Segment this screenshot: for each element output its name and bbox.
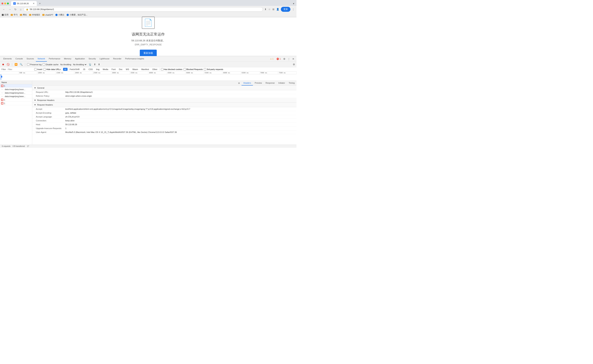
tab-list-btn[interactable]: ▾ [292, 1, 295, 6]
menu-btn[interactable]: ⋮ [291, 7, 295, 11]
bookmark-apps[interactable]: 应用 [2, 13, 8, 16]
back-btn[interactable]: ← [1, 7, 6, 11]
reload-page-btn[interactable]: 重新加载 [140, 50, 157, 57]
filter-other-btn[interactable]: Other [151, 68, 158, 71]
home-btn[interactable]: ⌂ [19, 7, 22, 11]
details-close-btn[interactable]: ✕ [237, 81, 242, 85]
general-section-header[interactable]: ▼ General [32, 86, 296, 90]
folder-icon [11, 14, 13, 16]
profile-btn[interactable]: 👤 [276, 7, 280, 11]
filter-xhr-btn[interactable]: Fetch/XHR [69, 68, 81, 71]
tab-console[interactable]: Console [14, 56, 25, 62]
disable-cache-label[interactable]: Disable cache [43, 63, 59, 66]
blocked-requests-checkbox[interactable] [184, 68, 186, 71]
circle-icon-2 [66, 14, 69, 16]
page-content: 📄 该网页无法正常运作 59.110.68.26 未发送任何数据。 ERR_EM… [0, 17, 296, 56]
filter-img-btn[interactable]: Img [95, 68, 100, 71]
third-party-checkbox[interactable] [204, 68, 206, 71]
close-window-btn[interactable] [1, 3, 3, 4]
tab-application[interactable]: Application [73, 56, 87, 62]
browser-chrome: S 59.110.68.26 ✕ + ▾ ← → ↻ ⌂ 🔒 59.110.68… [0, 0, 296, 17]
bookmark-website[interactable]: 网站 [20, 13, 27, 16]
bookmark-xiaopeng[interactable]: 小鹏云 [55, 13, 64, 16]
blocked-requests-label[interactable]: Blocked Requests [184, 68, 203, 71]
tab-elements[interactable]: Elements [1, 56, 14, 62]
details-tab-initiator[interactable]: Initiator [277, 81, 287, 85]
filter-font-btn[interactable]: Font [110, 68, 117, 71]
details-tab-timing[interactable]: Timing [287, 81, 296, 85]
throttle-dropdown[interactable]: No throttling [72, 63, 87, 66]
preserve-log-label[interactable]: Preserve log [27, 63, 42, 66]
minimize-window-btn[interactable] [4, 3, 6, 4]
details-tab-response[interactable]: Response [264, 81, 277, 85]
tab-performance[interactable]: Performance [47, 56, 62, 62]
filter-all-btn[interactable]: All [63, 68, 67, 71]
import-btn[interactable]: ⬆ [93, 63, 96, 66]
filter-wasm-btn[interactable]: Wasm [131, 68, 139, 71]
filter-css-btn[interactable]: CSS [87, 68, 94, 71]
devtools-settings-btn[interactable]: ⚙ [283, 57, 286, 61]
details-tab-preview[interactable]: Preview [253, 81, 264, 85]
filter-input[interactable] [8, 68, 33, 70]
filter-ws-btn[interactable]: WS [125, 68, 130, 71]
invert-checkbox[interactable] [34, 68, 37, 71]
warning-badge[interactable]: ⚠ 1 [269, 57, 275, 61]
new-tab-btn[interactable]: + [38, 1, 42, 6]
bookmark-local[interactable]: 本地项目 [29, 13, 40, 16]
export-btn[interactable]: ⬇ [98, 63, 101, 66]
network-settings-btn[interactable]: ⚙ [293, 63, 295, 66]
request-item-2[interactable]: ! 1 [0, 98, 32, 102]
request-headers-section-header[interactable]: ▼ Request Headers [32, 103, 296, 107]
maximize-window-btn[interactable] [7, 3, 9, 4]
tab-performance-insights[interactable]: Performance insights [123, 56, 146, 62]
filter-toggle-btn[interactable]: 🔽 [14, 63, 18, 66]
disable-cache-checkbox[interactable] [43, 63, 45, 66]
forward-btn[interactable]: → [7, 7, 12, 11]
request-headers-arrow: ▼ [34, 104, 36, 106]
tab-memory[interactable]: Memory [62, 56, 73, 62]
filter-manifest-btn[interactable]: Manifest [140, 68, 150, 71]
devtools-close-btn[interactable]: ✕ [291, 57, 295, 61]
extension-btn[interactable]: ⊞ [272, 7, 275, 11]
has-blocked-cookies-checkbox[interactable] [161, 68, 163, 71]
tab-lighthouse[interactable]: Lighthouse [98, 56, 111, 62]
search-btn[interactable]: 🔍 [19, 63, 23, 66]
tab-close-btn[interactable]: ✕ [33, 2, 35, 5]
invert-checkbox-label[interactable]: Invert [34, 68, 42, 71]
response-headers-section-header[interactable]: ▼ Response Headers [32, 98, 296, 103]
update-browser-btn[interactable]: 更新 [281, 7, 290, 12]
hide-data-checkbox[interactable] [43, 68, 46, 71]
bookmark-chatgpt[interactable]: chatGPT [42, 14, 53, 16]
request-item-1[interactable]: ! 1 [0, 84, 32, 88]
bookmark-study[interactable]: 学习 [11, 13, 18, 16]
devtools-more-btn[interactable]: ⋮ [287, 57, 291, 61]
bookmark-btn[interactable]: ☆ [268, 7, 271, 11]
preserve-log-checkbox[interactable] [27, 63, 29, 66]
error-badge[interactable]: ⛔ 1 [275, 57, 282, 61]
has-blocked-cookies-label[interactable]: Has blocked cookies [161, 68, 183, 71]
offline-btn[interactable]: 📡 [88, 63, 92, 66]
filter-js-btn[interactable]: JS [82, 68, 86, 71]
request-item-3[interactable]: ! 1 [0, 102, 32, 105]
third-party-label[interactable]: 3rd-party requests [204, 68, 223, 71]
request-item-data1[interactable]: data:image/png;base... [0, 88, 32, 91]
tab-sources[interactable]: Sources [25, 56, 36, 62]
tab-network[interactable]: Network [36, 56, 47, 62]
address-bar[interactable]: 🔒 59.110.68.26/api/demo/1 [24, 7, 263, 12]
active-tab[interactable]: S 59.110.68.26 ✕ [11, 1, 37, 6]
download-btn[interactable]: ⬇ [264, 7, 267, 11]
tab-security[interactable]: Security [87, 56, 98, 62]
tab-recorder[interactable]: Recorder [111, 56, 123, 62]
details-tab-headers[interactable]: Headers [242, 81, 253, 85]
reload-nav-btn[interactable]: ↻ [13, 7, 18, 11]
bookmark-xiaopengcloud[interactable]: 小鹏通，知识产品... [66, 13, 87, 16]
no-throttling-text: No throttling [60, 63, 71, 66]
filter-doc-btn[interactable]: Doc [118, 68, 124, 71]
record-btn[interactable]: ⏺ [1, 63, 5, 66]
request-item-data3[interactable]: data:image/png;base... [0, 95, 32, 98]
request-item-data2[interactable]: data:image/png;base... [0, 91, 32, 95]
hide-data-checkbox-label[interactable]: Hide data URLs [43, 68, 61, 71]
clear-btn[interactable]: 🚫 [6, 63, 10, 66]
tick-7000: 7000 ms [260, 72, 278, 74]
filter-media-btn[interactable]: Media [102, 68, 109, 71]
